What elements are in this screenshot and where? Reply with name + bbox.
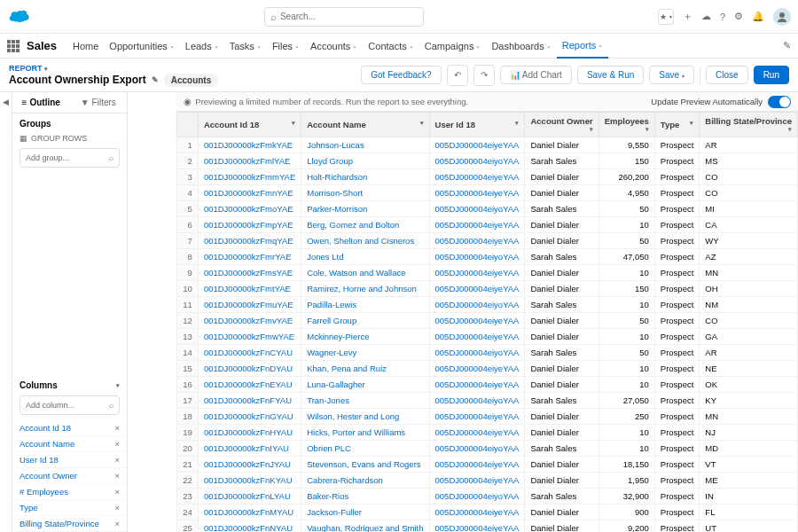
global-search[interactable]: ⌕ [264,7,424,27]
cell-account-name[interactable]: Luna-Gallagher [301,377,429,393]
cell-account-name[interactable]: Mckinney-Pierce [301,329,429,345]
cell-account-id[interactable]: 001DJ00000kzFnIYAU [198,441,301,457]
cell-account-id[interactable]: 001DJ00000kzFmmYAE [198,169,301,185]
cell-account-id[interactable]: 001DJ00000kzFmoYAE [198,201,301,217]
cell-account-id[interactable]: 001DJ00000kzFmsYAE [198,265,301,281]
cell-user-id[interactable]: 005DJ000004eiyoYAA [429,153,525,169]
column-header[interactable]: User Id 18▾ [429,113,525,137]
edit-title-icon[interactable]: ✎ [152,75,159,84]
nav-item-opportunities[interactable]: Opportunities⌄ [104,34,179,59]
cell-account-id[interactable]: 001DJ00000kzFnCYAU [198,345,301,361]
save-button[interactable]: Save▾ [649,66,694,84]
undo-button[interactable]: ↶ [447,65,468,86]
column-item[interactable]: Account Name× [12,436,127,452]
app-launcher-icon[interactable] [7,40,20,52]
cell-account-id[interactable]: 001DJ00000kzFmlYAE [198,153,301,169]
cell-account-id[interactable]: 001DJ00000kzFmtYAE [198,281,301,297]
column-header[interactable]: Account Id 18▾ [198,113,301,137]
column-item[interactable]: # Employees× [12,484,127,500]
cell-account-name[interactable]: Khan, Pena and Ruiz [301,361,429,377]
run-button[interactable]: Run [754,66,789,84]
feedback-button[interactable]: Got Feedback? [361,66,441,84]
column-header[interactable]: Employees▾ [598,113,654,137]
cell-user-id[interactable]: 005DJ000004eiyeYAA [429,169,525,185]
cell-account-name[interactable]: Cabrera-Richardson [301,473,429,489]
cell-user-id[interactable]: 005DJ000004eiyeYAA [429,377,525,393]
edit-nav-icon[interactable]: ✎ [783,40,791,51]
column-header[interactable]: Account Name▾ [301,113,429,137]
redo-button[interactable]: ↷ [473,65,495,86]
cell-account-id[interactable]: 001DJ00000kzFnGYAU [198,409,301,425]
cell-user-id[interactable]: 005DJ000004eiyeYAA [429,520,525,533]
columns-menu-icon[interactable]: ▾ [116,382,120,389]
cell-account-name[interactable]: Farrell Group [301,313,429,329]
cell-account-id[interactable]: 001DJ00000kzFnNYAU [198,520,301,533]
help-icon[interactable]: ? [720,12,725,22]
column-item[interactable]: Type× [12,500,127,516]
cell-user-id[interactable]: 005DJ000004eiyoYAA [429,201,525,217]
column-header[interactable]: Billing State/Province▾ [700,113,798,137]
cell-user-id[interactable]: 005DJ000004eiyoYAA [429,393,525,409]
remove-column-icon[interactable]: × [114,455,120,465]
nav-item-dashboards[interactable]: Dashboards⌄ [486,34,556,59]
cell-account-name[interactable]: Obrien PLC [301,441,429,457]
cell-user-id[interactable]: 005DJ000004eiyeYAA [429,457,525,473]
cell-account-id[interactable]: 001DJ00000kzFnKYAU [198,473,301,489]
cell-account-id[interactable]: 001DJ00000kzFmkYAE [198,137,301,153]
cell-account-id[interactable]: 001DJ00000kzFmrYAE [198,249,301,265]
cell-account-id[interactable]: 001DJ00000kzFnEYAU [198,377,301,393]
cell-account-id[interactable]: 001DJ00000kzFnMYAU [198,505,301,520]
cell-user-id[interactable]: 005DJ000004eiyeYAA [429,329,525,345]
column-header[interactable]: Account Owner▾ [525,113,598,137]
nav-item-files[interactable]: Files⌄ [267,34,305,59]
nav-item-tasks[interactable]: Tasks⌄ [224,34,267,59]
cell-account-name[interactable]: Vaughan, Rodriguez and Smith [301,520,429,533]
auto-preview-toggle[interactable] [768,96,791,108]
cell-user-id[interactable]: 005DJ000004eiyeYAA [429,361,525,377]
cell-user-id[interactable]: 005DJ000004eiyeYAA [429,281,525,297]
cell-account-id[interactable]: 001DJ00000kzFmuYAE [198,297,301,313]
cell-account-name[interactable]: Holt-Richardson [301,169,429,185]
nav-item-leads[interactable]: Leads⌄ [180,34,224,59]
cell-account-name[interactable]: Parker-Morrison [301,201,429,217]
save-run-button[interactable]: Save & Run [577,66,644,84]
cell-user-id[interactable]: 005DJ000004eiyeYAA [429,425,525,441]
cell-account-id[interactable]: 001DJ00000kzFnFYAU [198,393,301,409]
cell-user-id[interactable]: 005DJ000004eiyeYAA [429,265,525,281]
cell-user-id[interactable]: 005DJ000004eiyeYAA [429,473,525,489]
nav-item-reports[interactable]: Reports⌄ [557,34,609,59]
remove-column-icon[interactable]: × [114,423,120,433]
nav-item-campaigns[interactable]: Campaigns⌄ [419,34,487,59]
cell-account-name[interactable]: Wilson, Hester and Long [301,409,429,425]
cell-user-id[interactable]: 005DJ000004eiyeYAA [429,217,525,233]
settings-icon[interactable]: ⚙ [734,11,743,22]
cell-user-id[interactable]: 005DJ000004eiyeYAA [429,409,525,425]
cell-account-name[interactable]: Stevenson, Evans and Rogers [301,457,429,473]
favorites-button[interactable]: ★▾ [658,9,674,25]
cell-account-name[interactable]: Owen, Shelton and Cisneros [301,233,429,249]
cell-user-id[interactable]: 005DJ000004eiyeYAA [429,233,525,249]
column-item[interactable]: Account Id 18× [12,420,127,436]
cell-account-id[interactable]: 001DJ00000kzFmwYAE [198,329,301,345]
tab-filters[interactable]: ▼ Filters [70,92,128,113]
cell-user-id[interactable]: 005DJ000004eiyoYAA [429,441,525,457]
cell-account-id[interactable]: 001DJ00000kzFnJYAU [198,457,301,473]
remove-column-icon[interactable]: × [114,519,120,528]
column-header[interactable]: Type▾ [654,113,700,137]
add-chart-button[interactable]: 📊 Add Chart [500,66,572,84]
cell-account-id[interactable]: 001DJ00000kzFnDYAU [198,361,301,377]
cell-account-name[interactable]: Lloyd Group [301,153,429,169]
cell-user-id[interactable]: 005DJ000004eiyoYAA [429,249,525,265]
notifications-icon[interactable]: 🔔 [752,11,764,22]
cell-user-id[interactable]: 005DJ000004eiyeYAA [429,505,525,520]
cell-user-id[interactable]: 005DJ000004eiyoYAA [429,489,525,505]
search-input[interactable] [280,12,418,21]
cell-account-id[interactable]: 001DJ00000kzFmvYAE [198,313,301,329]
cell-user-id[interactable]: 005DJ000004eiyeYAA [429,313,525,329]
column-item[interactable]: Account Owner× [12,468,127,484]
remove-column-icon[interactable]: × [114,503,120,512]
remove-column-icon[interactable]: × [114,471,120,481]
cell-account-name[interactable]: Johnson-Lucas [301,137,429,153]
cell-account-name[interactable]: Tran-Jones [301,393,429,409]
cell-account-id[interactable]: 001DJ00000kzFmqYAE [198,233,301,249]
